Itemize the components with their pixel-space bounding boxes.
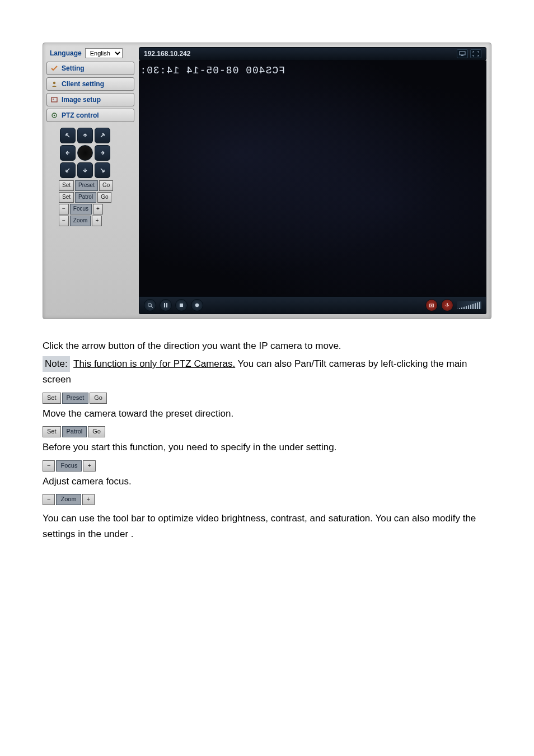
preset-controls: Set Preset Go [59,180,131,191]
svg-point-4 [54,115,55,116]
zoom-plus-button[interactable]: + [92,216,102,226]
sidebar: Language English Setting Client setting [43,43,138,319]
svg-point-0 [53,82,55,84]
para-focus: Adjust camera focus. [43,474,491,489]
ptz-up[interactable] [77,128,93,143]
patrol-label: Patrol [62,426,87,437]
zoom-label: Zoom [56,494,81,505]
patrol-go-button[interactable]: Go [88,426,105,437]
video-titlebar: 192.168.10.242 [139,47,486,60]
svg-rect-5 [460,52,465,55]
zoom-plus-button[interactable]: + [82,494,95,505]
ptz-home[interactable] [77,145,93,161]
para-direction: Click the arrow button of the direction … [43,338,491,354]
svg-point-2 [53,99,54,100]
ptz-direction-pad [60,128,131,178]
patrol-label: Patrol [75,192,96,203]
patrol-controls: Set Patrol Go [59,192,131,203]
para-toolbar: You can use the tool bar to optimize vid… [43,511,491,542]
sidebar-item-label: Setting [62,64,85,72]
para-preset: Move the camera toward the preset direct… [43,406,491,422]
svg-rect-9 [164,303,165,307]
document-body: Click the arrow button of the direction … [43,338,491,542]
focus-label: Focus [56,460,82,472]
svg-point-14 [431,305,433,306]
preset-set-button[interactable]: Set [43,393,61,404]
video-frame[interactable]: FCS400 08-05-14 14:30:52 [139,60,486,297]
pause-icon[interactable] [160,299,172,311]
inline-patrol-controls: Set Patrol Go [43,426,105,437]
svg-rect-6 [461,55,463,56]
preset-label: Preset [62,393,89,404]
focus-plus-button[interactable]: + [83,460,95,472]
focus-minus-button[interactable]: − [59,204,69,214]
language-select[interactable]: English [85,48,123,58]
note-label: Note: [43,356,70,372]
zoom-controls: − Zoom + [59,216,131,226]
patrol-set-button[interactable]: Set [59,192,74,203]
record-icon[interactable] [191,299,203,311]
ptz-panel: Set Preset Go Set Patrol Go − Focus + − … [46,124,134,230]
svg-rect-11 [180,304,183,307]
zoom-minus-button[interactable]: − [59,216,69,226]
svg-rect-10 [166,303,167,307]
focus-controls: − Focus + [59,204,131,214]
stop-icon[interactable] [175,299,188,311]
video-toolbar [139,297,486,314]
app-screenshot: Language English Setting Client setting [43,43,491,319]
zoom-minus-button[interactable]: − [43,494,55,505]
svg-line-8 [151,306,153,308]
osd-text: FCS400 08-05-14 14:30:52 [139,65,285,76]
sidebar-item-image-setup[interactable]: Image setup [46,93,134,106]
ptz-icon [50,111,58,119]
preset-label: Preset [75,180,98,191]
svg-rect-1 [51,97,57,102]
focus-plus-button[interactable]: + [93,204,103,214]
sidebar-item-ptz-control[interactable]: PTZ control [46,109,134,122]
inline-focus-controls: − Focus + [43,460,96,472]
sidebar-item-setting[interactable]: Setting [46,62,134,75]
focus-label: Focus [70,204,92,214]
volume-meter[interactable] [457,301,481,309]
svg-point-12 [195,304,199,307]
ptz-right[interactable] [95,145,110,161]
ptz-down-left[interactable] [60,162,76,178]
inline-preset-controls: Set Preset Go [43,393,107,404]
ptz-down[interactable] [77,162,93,178]
display-icon[interactable] [457,49,468,58]
zoom-label: Zoom [70,216,91,226]
language-row: Language English [46,47,134,59]
ptz-up-right[interactable] [95,128,110,143]
preset-set-button[interactable]: Set [59,180,74,191]
sidebar-item-label: PTZ control [62,111,99,119]
para-note: Note: This function is only for PTZ Came… [43,356,491,388]
focus-minus-button[interactable]: − [43,460,55,472]
preset-go-button[interactable]: Go [99,180,113,191]
ptz-left[interactable] [60,145,76,161]
video-ip-label: 192.168.10.242 [144,50,190,58]
preset-go-button[interactable]: Go [90,393,107,404]
note-text-underlined: This function is only for PTZ Cameras. [73,358,235,369]
mic-icon[interactable] [441,299,453,311]
image-icon [50,96,58,104]
sidebar-item-client-setting[interactable]: Client setting [46,77,134,91]
fullscreen-icon[interactable] [470,49,481,58]
patrol-go-button[interactable]: Go [97,192,111,203]
language-label: Language [50,49,82,57]
inline-zoom-controls: − Zoom + [43,494,95,505]
sidebar-item-label: Client setting [62,80,104,88]
svg-point-7 [148,303,151,306]
ptz-down-right[interactable] [95,162,110,178]
snapshot-icon[interactable] [425,299,438,311]
patrol-set-button[interactable]: Set [43,426,61,437]
person-icon [50,80,58,88]
svg-rect-15 [447,303,448,306]
video-area: 192.168.10.242 FCS400 08-05-14 14:30:52 [138,43,491,319]
ptz-up-left[interactable] [60,128,76,143]
sidebar-item-label: Image setup [62,96,101,104]
magnify-icon[interactable] [144,299,156,311]
para-patrol: Before you start this function, you need… [43,440,491,455]
check-icon [50,64,58,72]
